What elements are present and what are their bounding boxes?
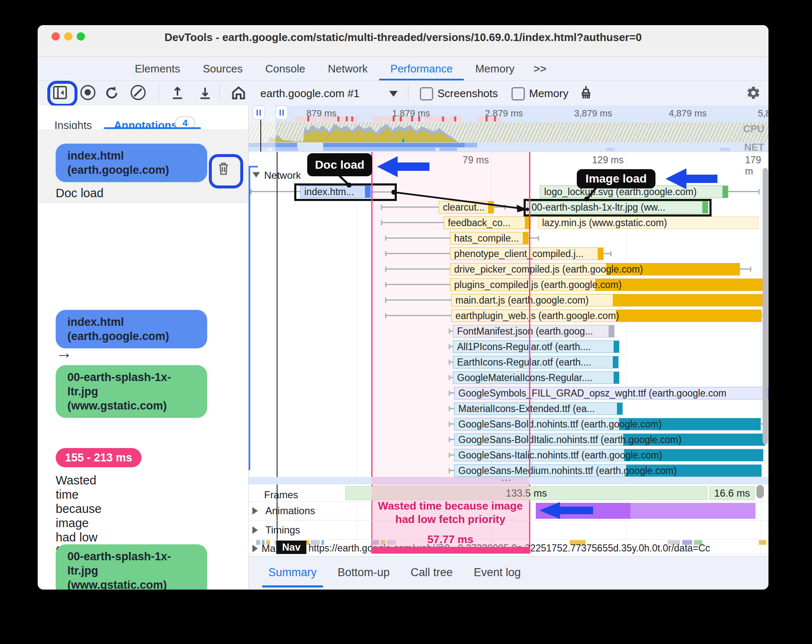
chevron-down-icon[interactable] — [389, 91, 398, 97]
frames-scrollbar-thumb[interactable] — [756, 485, 764, 498]
main-track-expand-icon[interactable] — [252, 545, 258, 552]
frame-duration-bar[interactable]: 16.6 ms — [709, 486, 755, 500]
request-end-cap — [523, 232, 529, 245]
link-arrow: → — [56, 343, 72, 362]
network-request-bar[interactable]: EarthIcons-Regular.otf (earth.... — [453, 356, 619, 368]
wasted-time-text-line2: had low fetch priority — [372, 513, 529, 526]
annotation-chip-to[interactable]: 00-earth-splash-1x- ltr.jpg (www.gstatic… — [56, 365, 207, 418]
wasted-time-duration: 57.77 ms — [372, 533, 529, 546]
net-label: NET — [744, 142, 764, 152]
long-task-band — [477, 116, 501, 121]
screenshots-label: Screenshots — [437, 87, 498, 100]
doc-load-pointer-arrow-head — [377, 156, 398, 177]
network-request-bar[interactable]: plugins_compiled.js (earth.google.com) — [450, 278, 767, 291]
annotation-chip-from[interactable]: index.html (earth.google.com) — [56, 310, 207, 348]
request-whisker-tick — [750, 267, 751, 272]
divider — [159, 84, 159, 102]
network-request-bar[interactable]: All1PIcons-Regular.otf (earth.... — [453, 340, 619, 353]
long-task-marker — [486, 116, 488, 121]
network-request-bar[interactable]: MaterialIcons-Extended.ttf (ea... — [454, 402, 623, 415]
tab-performance[interactable]: Performance — [379, 57, 464, 80]
network-request-bar[interactable]: GoogleSans-Italic.nohints.ttf (earth.goo… — [454, 449, 763, 461]
bottom-tab-summary[interactable]: Summary — [258, 556, 327, 590]
bottom-tab-bottom-up[interactable]: Bottom-up — [327, 556, 401, 590]
divider — [219, 84, 220, 102]
request-label: MaterialIcons-Extended.ttf (ea... — [458, 403, 595, 414]
request-label: All1PIcons-Regular.otf (earth.... — [457, 341, 591, 352]
annotation-chip[interactable]: index.html (earth.google.com) — [56, 144, 207, 182]
tab-network[interactable]: Network — [316, 57, 379, 80]
annotations-sidebar: Insights Annotations 4 index.html (earth… — [38, 106, 248, 590]
annotation-chip[interactable]: 00-earth-splash-1x- ltr.jpg (www.gstatic… — [56, 544, 207, 590]
long-task-band — [296, 116, 317, 121]
bottom-tab-event-log[interactable]: Event log — [463, 556, 532, 590]
network-request-bar[interactable]: earthplugin_web.js (earth.google.com) — [451, 309, 762, 322]
bottom-tab-call-tree[interactable]: Call tree — [400, 556, 463, 590]
network-request-bar[interactable]: GoogleSymbols_FILL_GRAD_opsz_wght.ttf (e… — [454, 387, 768, 399]
overview-window-right-handle[interactable] — [275, 106, 288, 120]
annotation-connector-arrow — [389, 189, 532, 215]
clear-icon[interactable] — [131, 85, 146, 100]
network-track-collapse-icon[interactable] — [252, 172, 260, 178]
trash-icon[interactable] — [217, 162, 230, 178]
long-task-marker — [346, 116, 348, 121]
reload-record-icon[interactable] — [104, 85, 120, 103]
timeline-overview[interactable]: 879 ms1,879 ms2,879 ms3,879 ms4,879 ms5,… — [249, 106, 768, 152]
network-request-bar[interactable]: main.dart.js (earth.google.com) — [451, 294, 767, 307]
more-tabs-icon[interactable]: >> — [529, 57, 550, 80]
download-profile-icon[interactable] — [197, 85, 213, 103]
net-overview-bar — [606, 148, 614, 151]
screenshots-checkbox[interactable] — [420, 87, 433, 100]
request-whisker-tick — [449, 437, 450, 442]
tab-console[interactable]: Console — [254, 57, 316, 80]
network-request-bar[interactable]: hats_compile... — [450, 232, 529, 245]
tab-memory[interactable]: Memory — [464, 57, 526, 80]
track-selection-bracket-tick — [249, 166, 258, 167]
target-selector[interactable]: earth.google.com #1 — [260, 87, 360, 100]
image-load-connector — [582, 187, 600, 202]
network-request-bar[interactable]: drive_picker_compiled.js (earth.google.c… — [450, 263, 740, 276]
network-request-bar[interactable]: GoogleSans-Medium.nohints.ttf (earth.goo… — [454, 464, 762, 477]
tab-sources[interactable]: Sources — [191, 57, 254, 80]
network-request-bar[interactable]: lazy.min.js (www.gstatic.com) — [538, 216, 758, 229]
image-load-annotation-badge[interactable]: Image load — [577, 169, 655, 188]
request-end-cap — [617, 402, 623, 415]
network-request-bar[interactable]: feedback_co... — [444, 216, 531, 229]
upload-profile-icon[interactable] — [170, 85, 185, 103]
network-request-bar[interactable]: phenotype_client_compiled.j... — [450, 247, 604, 260]
request-end-cap — [614, 340, 619, 353]
panel-settings-gear-icon[interactable] — [746, 85, 761, 102]
network-scrollbar-thumb[interactable] — [763, 168, 768, 444]
timeline-detail-view[interactable]: 79 ms 129 ms 179 m Network index.htm...l… — [249, 152, 768, 590]
request-label: EarthIcons-Regular.otf (earth.... — [457, 357, 591, 368]
request-label: GoogleSans-Bold.nohints.ttf (earth.googl… — [458, 419, 662, 430]
annotated-request-box-image[interactable] — [524, 199, 712, 216]
net-overview-bar — [720, 148, 730, 151]
timings-expand-icon[interactable] — [252, 526, 258, 534]
home-icon[interactable] — [230, 85, 247, 103]
animation-bar[interactable] — [630, 503, 755, 519]
garbage-collect-icon[interactable] — [578, 84, 594, 103]
tab-elements[interactable]: Elements — [123, 57, 191, 80]
show-sidebar-icon[interactable] — [53, 86, 67, 101]
overview-window-left-handle[interactable] — [252, 106, 265, 120]
doc-load-annotation-badge[interactable]: Doc load — [307, 153, 372, 176]
long-task-marker — [351, 116, 353, 121]
annotation-entry-doc-load[interactable]: index.html (earth.google.com) Doc load — [38, 129, 248, 204]
network-request-bar[interactable]: GoogleSans-BoldItalic.nohints.ttf (earth… — [454, 433, 765, 446]
request-label: GoogleSymbols_FILL_GRAD_opsz_wght.ttf (e… — [458, 388, 727, 399]
network-request-bar[interactable]: GoogleMaterialIcons-Regular.... — [453, 371, 619, 384]
request-whisker-tick — [381, 220, 382, 225]
record-icon[interactable] — [80, 85, 95, 100]
long-task-marker — [400, 116, 402, 121]
request-whisker-tick — [449, 406, 450, 411]
network-request-bar[interactable]: GoogleSans-Bold.nohints.ttf (earth.googl… — [454, 418, 761, 430]
animations-expand-icon[interactable] — [252, 507, 258, 515]
frames-track-label: Frames — [264, 489, 298, 501]
nav-marker-badge: Nav — [276, 541, 306, 554]
memory-checkbox[interactable] — [511, 87, 525, 100]
network-request-bar[interactable]: FontManifest.json (earth.goog... — [453, 325, 614, 337]
memory-label: Memory — [529, 87, 568, 100]
time-range-chip[interactable]: 155 - 213 ms — [56, 448, 141, 467]
request-label: earthplugin_web.js (earth.google.com) — [455, 310, 619, 321]
